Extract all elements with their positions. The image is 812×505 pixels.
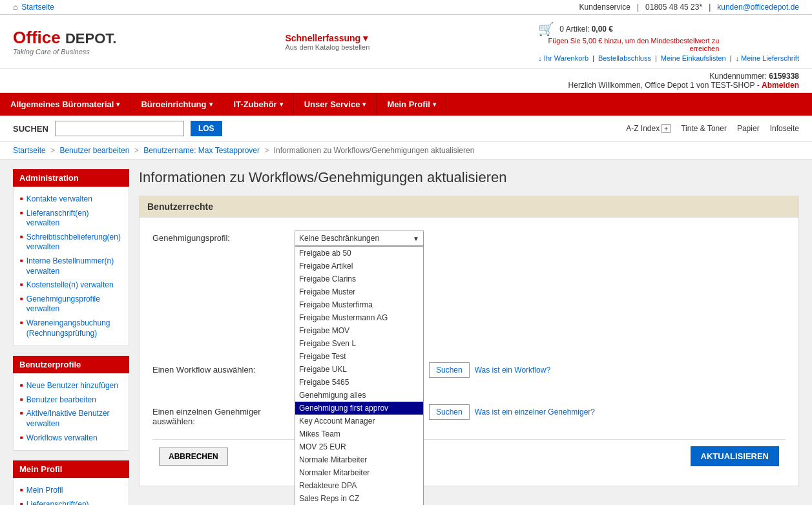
search-links: A-Z Index + Tinte & Toner Papier Infosei… bbox=[626, 124, 799, 133]
admin-genehmigung-link[interactable]: Genehmigungsprofile verwalten bbox=[26, 294, 122, 314]
nav-arrow-it: ▾ bbox=[280, 101, 283, 108]
dropdown-item-8[interactable]: Freigabe Test bbox=[295, 350, 423, 363]
dropdown-item-14[interactable]: Mikes Team bbox=[295, 428, 423, 440]
breadcrumb-startseite[interactable]: Startseite bbox=[13, 146, 46, 155]
dropdown-item-4[interactable]: Freigabe Musterfirma bbox=[295, 298, 423, 311]
update-button[interactable]: AKTUALISIEREN bbox=[691, 446, 779, 466]
logo: Office DEPOT. bbox=[13, 28, 116, 48]
genehmigungsprofil-dropdown-list[interactable]: Freigabe ab 50 Freigabe Artikel Freigabe… bbox=[295, 246, 424, 505]
genehmigungsprofil-dropdown-trigger[interactable]: Keine Beschränkungen ▼ bbox=[295, 231, 424, 246]
dropdown-item-1[interactable]: Freigabe Artikel bbox=[295, 260, 423, 273]
cart-lieferschrift-link[interactable]: ↓ Meine Lieferschrift bbox=[736, 54, 799, 62]
bp-aktive-link[interactable]: Aktive/Inaktive Benutzer verwalten bbox=[26, 409, 122, 429]
dropdown-item-11[interactable]: Genehmigung alles bbox=[295, 389, 423, 402]
infoseite-link[interactable]: Infoseite bbox=[770, 124, 799, 133]
sidebar-title-benutzerprofile: Benutzerprofile bbox=[13, 356, 129, 373]
search-input[interactable] bbox=[55, 121, 184, 136]
dropdown-item-16[interactable]: Normale Mitarbeiter bbox=[295, 453, 423, 466]
schnellerfassung-link[interactable]: Schnellerfassung ▾ bbox=[285, 33, 370, 43]
sidebar-list-admin: Kontakte verwalten Lieferanschrift(en) v… bbox=[13, 187, 129, 346]
az-index: A-Z Index + bbox=[626, 124, 671, 133]
customer-info: Kundennummer: 6159338 Herzlich Willkomme… bbox=[0, 69, 812, 93]
breadcrumb: Startseite > Benutzer bearbeiten > Benut… bbox=[0, 142, 812, 160]
kundennummer-label: Kundennummer: bbox=[709, 72, 767, 81]
list-item: Lieferanschrift(en) verwalten bbox=[20, 207, 122, 231]
genehmiger-was-link[interactable]: Was ist ein einzelner Genehmiger? bbox=[475, 407, 595, 417]
page-title: Informationen zu Workflows/Genehmigungen… bbox=[139, 169, 799, 186]
cart-bestellung-link[interactable]: Bestellabschluss bbox=[598, 54, 651, 62]
willkommen-text: Herzlich Willkommen, Office Depot 1 von … bbox=[568, 81, 760, 90]
abmelden-link[interactable]: Abmelden bbox=[762, 81, 799, 90]
admin-kontakte-link[interactable]: Kontakte verwalten bbox=[26, 194, 92, 205]
nav-item-it[interactable]: IT-Zubehör ▾ bbox=[224, 93, 294, 116]
genehmigungsprofil-label: Genehmigungsprofil: bbox=[152, 231, 295, 243]
workflow-suchen-button[interactable]: Suchen bbox=[429, 362, 470, 378]
sidebar-section-admin: Administration Kontakte verwalten Liefer… bbox=[13, 169, 129, 346]
nav-item-buromaterial[interactable]: Allgemeines Büromaterial ▾ bbox=[0, 93, 130, 116]
admin-bestellnummer-link[interactable]: Interne Bestellnummer(n) verwalten bbox=[26, 256, 122, 276]
cart-warenkorb-link[interactable]: ↓ Ihr Warenkorb bbox=[538, 54, 588, 62]
sidebar-list-meinprofil: Mein Profil Lieferanschrift(en) auswähle… bbox=[13, 478, 129, 505]
list-item: Benutzer bearbeiten bbox=[20, 393, 122, 407]
dropdown-arrow-icon: ▼ bbox=[413, 235, 419, 242]
cart-icon: 🛒 bbox=[538, 21, 554, 37]
breadcrumb-benutzer[interactable]: Benutzer bearbeiten bbox=[59, 146, 129, 155]
nav-arrow-service: ▾ bbox=[362, 101, 366, 108]
dropdown-item-17[interactable]: Normaler Mitarbeiter bbox=[295, 466, 423, 479]
cart-einkauf-link[interactable]: Meine Einkaufslisten bbox=[661, 54, 726, 62]
mp-profil-link[interactable]: Mein Profil bbox=[26, 486, 63, 496]
dropdown-item-15[interactable]: MOV 25 EUR bbox=[295, 440, 423, 453]
cancel-button[interactable]: ABBRECHEN bbox=[159, 448, 228, 466]
cart-links: ↓ Ihr Warenkorb | Bestellabschluss | Mei… bbox=[538, 54, 799, 62]
cart-area: 🛒 0 Artikel: 0,00 € Fügen Sie 5,00 € hin… bbox=[538, 21, 799, 62]
admin-kostenstelle-link[interactable]: Kostenstelle(n) verwalten bbox=[26, 280, 114, 291]
list-item: Interne Bestellnummer(n) verwalten bbox=[20, 254, 122, 278]
sep-bc3: > bbox=[264, 146, 271, 155]
genehmiger-suchen-button[interactable]: Suchen bbox=[429, 404, 470, 420]
dropdown-item-18[interactable]: Redakteure DPA bbox=[295, 479, 423, 492]
dropdown-item-3[interactable]: Freigabe Muster bbox=[295, 285, 423, 298]
admin-wareneingang-link[interactable]: Wareneingangsbuchung (Rechnungsprüfung) bbox=[26, 318, 122, 338]
bp-bearbeiten-link[interactable]: Benutzer bearbeiten bbox=[26, 395, 96, 406]
bp-workflows-link[interactable]: Workflows verwalten bbox=[26, 433, 98, 444]
main-content: Administration Kontakte verwalten Liefer… bbox=[0, 160, 812, 505]
dropdown-item-5[interactable]: Freigabe Mustermann AG bbox=[295, 311, 423, 324]
dropdown-item-7[interactable]: Freigabe Sven L bbox=[295, 337, 423, 350]
nav-item-profil[interactable]: Mein Profil ▾ bbox=[377, 93, 446, 116]
admin-schreibtisch-link[interactable]: Schreibtischbelieferung(en) verwalten bbox=[26, 232, 122, 252]
nav-item-profil-label: Mein Profil bbox=[387, 99, 430, 109]
bp-neue-link[interactable]: Neue Benutzer hinzufügen bbox=[26, 381, 118, 391]
dropdown-item-6[interactable]: Freigabe MOV bbox=[295, 324, 423, 337]
dropdown-item-9[interactable]: Freigabe UKL bbox=[295, 363, 423, 376]
list-item: Workflows verwalten bbox=[20, 431, 122, 446]
workflow-label: Einen Workflow auswählen: bbox=[152, 362, 295, 375]
sidebar-title-admin: Administration bbox=[13, 169, 129, 187]
dropdown-item-0[interactable]: Freigabe ab 50 bbox=[295, 247, 423, 260]
email-link[interactable]: kunden@officedepot.de bbox=[717, 3, 799, 12]
dropdown-item-2[interactable]: Freigabe Clarins bbox=[295, 273, 423, 285]
dropdown-item-19[interactable]: Sales Reps in CZ bbox=[295, 492, 423, 505]
nav-bar: Allgemeines Büromaterial ▾ Büroeinrichtu… bbox=[0, 93, 812, 116]
form-section-title: Benutzerrechte bbox=[140, 196, 798, 218]
breadcrumb-benutzername[interactable]: Benutzername: Max Testapprover bbox=[143, 146, 260, 155]
dropdown-item-13[interactable]: Key Account Manager bbox=[295, 415, 423, 428]
header: Office DEPOT. Taking Care of Business Sc… bbox=[0, 15, 812, 69]
dropdown-item-10[interactable]: Freigabe 5465 bbox=[295, 376, 423, 389]
sidebar-list-benutzerprofile: Neue Benutzer hinzufügen Benutzer bearbe… bbox=[13, 373, 129, 451]
separator1: | bbox=[637, 3, 639, 12]
admin-lieferanschrift-link[interactable]: Lieferanschrift(en) verwalten bbox=[26, 209, 122, 229]
workflow-was-link[interactable]: Was ist ein Workflow? bbox=[475, 366, 550, 375]
nav-item-it-label: IT-Zubehör bbox=[234, 99, 277, 109]
top-bar: ⌂ Startseite Kundenservice | 01805 48 45… bbox=[0, 0, 812, 15]
nav-item-buroeinrichtung[interactable]: Büroeinrichtung ▾ bbox=[130, 93, 223, 116]
startseite-link[interactable]: Startseite bbox=[21, 3, 54, 12]
mp-lieferanschrift-link[interactable]: Lieferanschrift(en) auswählen bbox=[26, 500, 122, 505]
logo-area: Office DEPOT. Taking Care of Business bbox=[13, 28, 116, 56]
papier-link[interactable]: Papier bbox=[737, 124, 760, 133]
search-button[interactable]: LOS bbox=[191, 121, 222, 136]
genehmigungsprofil-control: Keine Beschränkungen ▼ Freigabe ab 50 Fr… bbox=[295, 231, 786, 246]
dropdown-item-12[interactable]: Genehmigung first approv bbox=[295, 402, 423, 415]
tinte-toner-link[interactable]: Tinte & Toner bbox=[681, 124, 727, 133]
az-index-label: A-Z Index bbox=[626, 124, 660, 133]
nav-item-service[interactable]: Unser Service ▾ bbox=[294, 93, 377, 116]
